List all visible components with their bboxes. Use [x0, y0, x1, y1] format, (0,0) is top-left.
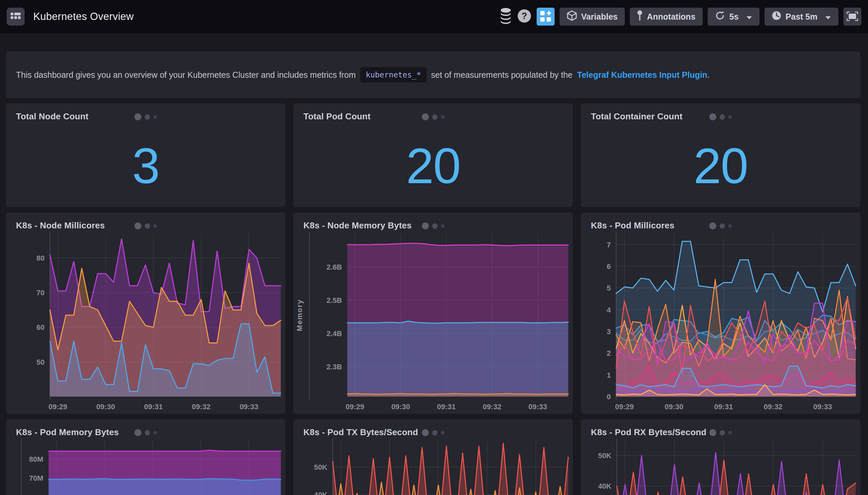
stat-cell-total-node-count[interactable]: Total Node Count 3 — [6, 103, 285, 207]
loading-indicator — [134, 113, 157, 120]
svg-text:09:31: 09:31 — [437, 403, 456, 411]
svg-text:3: 3 — [607, 327, 611, 336]
svg-text:09:30: 09:30 — [391, 403, 410, 411]
time-range-button[interactable]: Past 5m — [765, 7, 838, 25]
svg-text:2.3B: 2.3B — [327, 363, 342, 371]
pin-icon — [637, 10, 642, 23]
svg-text:09:31: 09:31 — [144, 403, 163, 411]
svg-text:09:32: 09:32 — [764, 403, 783, 411]
svg-text:5: 5 — [607, 284, 611, 292]
svg-text:09:30: 09:30 — [96, 403, 115, 411]
auto-refresh-button[interactable]: 5s — [708, 7, 760, 25]
variables-button-label: Variables — [581, 12, 618, 22]
add-cell-button[interactable] — [537, 7, 555, 25]
svg-text:50K: 50K — [314, 463, 328, 472]
presentation-mode-icon — [847, 12, 858, 22]
svg-text:2.5B: 2.5B — [327, 296, 342, 305]
dashboards-nav-button[interactable] — [7, 7, 24, 25]
clock-icon — [772, 11, 781, 22]
svg-text:70: 70 — [37, 289, 45, 297]
svg-text:09:32: 09:32 — [483, 403, 501, 411]
line-chart-node-millicores[interactable]: 5060708009:2909:3009:3109:3209:33 — [6, 212, 285, 414]
database-icon — [499, 7, 512, 25]
add-cell-icon — [540, 11, 551, 23]
kubernetes-overview-dashboard: { "header": { "title": "Kubernetes Overv… — [0, 0, 868, 495]
svg-text:0: 0 — [607, 393, 611, 401]
svg-text:80: 80 — [37, 254, 45, 262]
chart-cell-pod-tx-bytes[interactable]: K8s - Pod TX Bytes/Second 40K50K — [294, 419, 573, 495]
loading-indicator — [709, 113, 732, 120]
svg-text:50: 50 — [37, 358, 45, 366]
svg-text:4: 4 — [607, 306, 611, 314]
svg-text:09:33: 09:33 — [528, 403, 547, 411]
line-chart-pod-tx-bytes[interactable]: 40K50K — [294, 419, 573, 495]
line-chart-node-memory-bytes[interactable]: 2.3B2.4B2.5B2.6B09:2909:3009:3109:3209:3… — [294, 212, 573, 414]
svg-text:09:30: 09:30 — [665, 403, 683, 411]
note-code-chip: kubernetes_* — [360, 67, 426, 83]
svg-text:7: 7 — [607, 241, 611, 249]
svg-text:?: ? — [521, 11, 527, 21]
svg-text:2.4B: 2.4B — [327, 329, 342, 338]
svg-text:60: 60 — [37, 323, 45, 331]
line-chart-pod-millicores[interactable]: 0123456709:2909:3009:3109:3209:33 — [581, 212, 861, 414]
refresh-interval-label: 5s — [729, 12, 738, 22]
dashboard-grid-icon — [11, 13, 21, 21]
svg-text:40K: 40K — [314, 491, 328, 495]
note-text-middle: set of measurements populated by the — [431, 70, 572, 80]
svg-text:09:31: 09:31 — [714, 403, 733, 411]
presentation-mode-button[interactable] — [844, 7, 861, 25]
svg-text:70M: 70M — [29, 474, 43, 482]
cell-title: Total Node Count — [16, 112, 88, 122]
page-title: Kubernetes Overview — [33, 11, 134, 22]
svg-text:2: 2 — [607, 349, 611, 357]
telegraf-plugin-link[interactable]: Telegraf Kubernetes Input Plugin — [577, 70, 707, 80]
chart-cell-pod-millicores[interactable]: K8s - Pod Millicores 0123456709:2909:300… — [581, 212, 861, 414]
svg-text:40K: 40K — [598, 482, 612, 490]
header-toolbar: ? Variables — [499, 7, 861, 25]
chart-cell-pod-rx-bytes[interactable]: K8s - Pod RX Bytes/Second 40K50K — [581, 419, 861, 495]
svg-text:50K: 50K — [598, 451, 612, 460]
note-text-before: This dashboard gives you an overview of … — [16, 70, 356, 80]
svg-text:09:33: 09:33 — [239, 403, 258, 411]
chart-cell-node-memory-bytes[interactable]: K8s - Node Memory Bytes 2.3B2.4B2.5B2.6B… — [294, 212, 573, 414]
svg-text:1: 1 — [607, 371, 611, 379]
line-chart-pod-memory-bytes[interactable]: 70M80M — [6, 419, 285, 495]
time-range-label: Past 5m — [785, 12, 817, 22]
svg-text:09:29: 09:29 — [615, 403, 634, 411]
stat-cell-total-container-count[interactable]: Total Container Count 20 — [581, 103, 861, 207]
help-icon: ? — [517, 8, 532, 24]
svg-text:6: 6 — [607, 262, 611, 271]
chart-cell-pod-memory-bytes[interactable]: K8s - Pod Memory Bytes 70M80M — [6, 419, 285, 495]
svg-text:80M: 80M — [29, 455, 43, 463]
svg-text:2.6B: 2.6B — [327, 263, 342, 271]
svg-text:Memory: Memory — [296, 299, 304, 331]
note-cell: This dashboard gives you an overview of … — [6, 52, 861, 98]
annotations-button-label: Annotations — [647, 12, 695, 22]
annotations-button[interactable]: Annotations — [630, 7, 703, 25]
chevron-down-icon — [746, 12, 752, 22]
svg-text:09:29: 09:29 — [49, 403, 67, 411]
line-chart-pod-rx-bytes[interactable]: 40K50K — [581, 419, 861, 495]
stat-cell-total-pod-count[interactable]: Total Pod Count 20 — [294, 103, 573, 207]
stat-value: 20 — [581, 125, 861, 207]
note-text-after: . — [707, 70, 710, 80]
help-button[interactable]: ? — [517, 8, 532, 24]
svg-text:09:33: 09:33 — [814, 403, 832, 411]
cell-title: Total Pod Count — [303, 112, 371, 122]
loading-indicator — [422, 113, 445, 120]
stat-value: 20 — [294, 125, 573, 207]
chevron-down-icon — [825, 12, 831, 22]
stat-value: 3 — [6, 125, 285, 207]
cell-title: Total Container Count — [591, 112, 682, 122]
data-sources-button[interactable] — [499, 7, 512, 25]
svg-text:09:32: 09:32 — [192, 403, 211, 411]
svg-text:09:29: 09:29 — [346, 403, 364, 411]
header-bar: Kubernetes Overview ? — [0, 0, 868, 33]
variables-button[interactable]: Variables — [560, 7, 625, 25]
cube-icon — [567, 10, 577, 23]
chart-cell-node-millicores[interactable]: K8s - Node Millicores 5060708009:2909:30… — [6, 212, 285, 414]
refresh-icon — [715, 11, 725, 22]
